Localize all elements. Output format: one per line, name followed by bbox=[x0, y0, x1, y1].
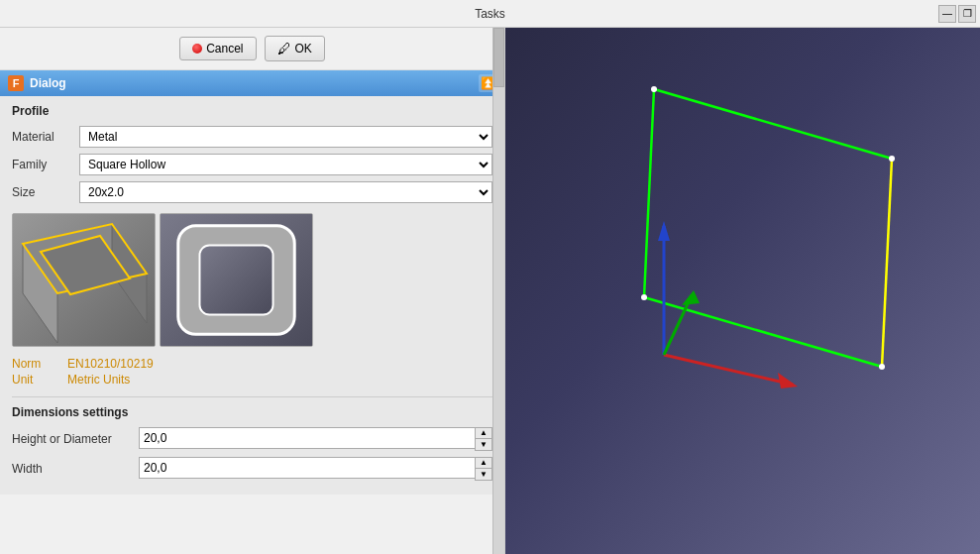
dialog-panel: F Dialog ⏫ Profile Material Metal Family bbox=[0, 70, 504, 495]
height-spinner-up[interactable]: ▲ bbox=[476, 428, 491, 439]
svg-point-18 bbox=[879, 364, 885, 370]
height-label: Height or Diameter bbox=[12, 432, 131, 446]
minimize-button[interactable]: — bbox=[938, 5, 956, 23]
cancel-icon bbox=[192, 44, 202, 54]
material-row: Material Metal bbox=[12, 126, 492, 148]
top-bar-controls: — ❐ bbox=[938, 5, 976, 23]
left-panel: Cancel 🖊 OK F Dialog ⏫ Profile Material bbox=[0, 28, 505, 554]
size-select[interactable]: 20x2.0 bbox=[79, 181, 492, 203]
scrollbar[interactable] bbox=[492, 28, 504, 554]
svg-rect-9 bbox=[199, 245, 272, 314]
viewport-svg bbox=[505, 28, 980, 554]
cancel-label: Cancel bbox=[206, 42, 243, 55]
width-spinners: ▲ ▼ bbox=[475, 457, 492, 481]
profile-section-title: Profile bbox=[12, 104, 492, 118]
height-spinners: ▲ ▼ bbox=[475, 427, 492, 451]
width-row: Width ▲ ▼ bbox=[12, 457, 492, 481]
action-buttons: Cancel 🖊 OK bbox=[0, 28, 504, 70]
dimensions-section-title: Dimensions settings bbox=[12, 405, 492, 419]
scroll-thumb[interactable] bbox=[493, 28, 504, 87]
ok-label: OK bbox=[295, 42, 312, 55]
svg-point-19 bbox=[641, 294, 647, 300]
main-layout: Cancel 🖊 OK F Dialog ⏫ Profile Material bbox=[0, 28, 980, 554]
svg-point-16 bbox=[651, 86, 657, 92]
dialog-title: Dialog bbox=[30, 76, 66, 90]
profile-2d-svg bbox=[161, 213, 312, 347]
unit-label: Unit bbox=[12, 373, 52, 387]
width-spinner-up[interactable]: ▲ bbox=[476, 458, 491, 469]
norm-unit-section: Norm EN10210/10219 Unit Metric Units bbox=[12, 357, 492, 387]
family-select[interactable]: Square Hollow bbox=[79, 154, 492, 175]
norm-row: Norm EN10210/10219 bbox=[12, 357, 492, 371]
top-bar: Tasks — ❐ bbox=[0, 0, 980, 28]
norm-value: EN10210/10219 bbox=[67, 357, 154, 371]
dialog-body: Profile Material Metal Family Square Hol… bbox=[0, 96, 504, 495]
viewport bbox=[505, 28, 980, 554]
profile-2d-image bbox=[160, 213, 313, 347]
width-spinner-down[interactable]: ▼ bbox=[476, 469, 491, 480]
viewport-canvas bbox=[505, 28, 980, 554]
profile-images bbox=[12, 213, 492, 347]
dialog-f-icon: F bbox=[8, 75, 24, 91]
height-row: Height or Diameter ▲ ▼ bbox=[12, 427, 492, 451]
size-row: Size 20x2.0 bbox=[12, 181, 492, 203]
family-label: Family bbox=[12, 158, 71, 171]
svg-point-17 bbox=[889, 156, 895, 162]
dialog-header-left: F Dialog bbox=[8, 75, 66, 91]
ok-icon: 🖊 bbox=[277, 41, 291, 56]
norm-label: Norm bbox=[12, 357, 52, 371]
profile-3d-svg bbox=[13, 214, 156, 347]
material-select[interactable]: Metal bbox=[79, 126, 492, 148]
material-label: Material bbox=[12, 130, 71, 144]
width-input[interactable] bbox=[139, 457, 475, 479]
cancel-button[interactable]: Cancel bbox=[179, 37, 256, 60]
family-row: Family Square Hollow bbox=[12, 154, 492, 175]
profile-3d-image bbox=[12, 213, 156, 347]
dimensions-section: Dimensions settings Height or Diameter ▲… bbox=[12, 396, 492, 481]
ok-button[interactable]: 🖊 OK bbox=[265, 36, 325, 61]
width-label: Width bbox=[12, 462, 131, 476]
restore-button[interactable]: ❐ bbox=[958, 5, 976, 23]
height-input-wrap: ▲ ▼ bbox=[139, 427, 492, 451]
dialog-header: F Dialog ⏫ bbox=[0, 70, 504, 96]
top-bar-title: Tasks bbox=[475, 7, 505, 21]
height-input[interactable] bbox=[139, 427, 475, 449]
height-spinner-down[interactable]: ▼ bbox=[476, 439, 491, 450]
svg-rect-11 bbox=[505, 28, 980, 554]
unit-row: Unit Metric Units bbox=[12, 373, 492, 387]
unit-value: Metric Units bbox=[67, 373, 130, 387]
width-input-wrap: ▲ ▼ bbox=[139, 457, 492, 481]
size-label: Size bbox=[12, 185, 71, 199]
